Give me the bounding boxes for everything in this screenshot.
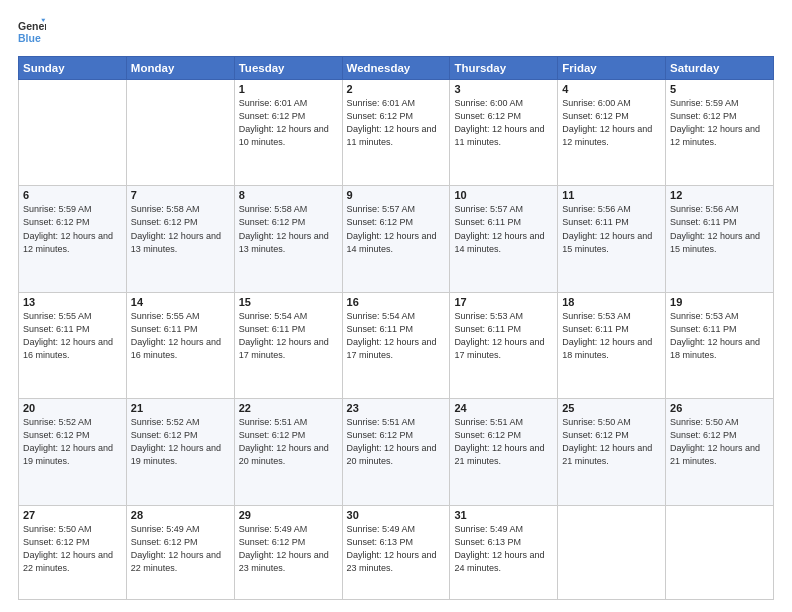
calendar-cell: 15Sunrise: 5:54 AMSunset: 6:11 PMDayligh… xyxy=(234,292,342,398)
day-info: Sunrise: 5:51 AMSunset: 6:12 PMDaylight:… xyxy=(454,416,553,468)
weekday-header-row: SundayMondayTuesdayWednesdayThursdayFrid… xyxy=(19,57,774,80)
svg-text:General: General xyxy=(18,20,46,32)
calendar-cell: 28Sunrise: 5:49 AMSunset: 6:12 PMDayligh… xyxy=(126,505,234,599)
calendar-cell: 4Sunrise: 6:00 AMSunset: 6:12 PMDaylight… xyxy=(558,80,666,186)
day-number: 26 xyxy=(670,402,769,414)
day-number: 19 xyxy=(670,296,769,308)
week-row-2: 6Sunrise: 5:59 AMSunset: 6:12 PMDaylight… xyxy=(19,186,774,292)
logo-icon: General Blue xyxy=(18,18,46,46)
day-number: 9 xyxy=(347,189,446,201)
calendar-cell: 6Sunrise: 5:59 AMSunset: 6:12 PMDaylight… xyxy=(19,186,127,292)
day-info: Sunrise: 5:49 AMSunset: 6:13 PMDaylight:… xyxy=(347,523,446,575)
day-info: Sunrise: 6:01 AMSunset: 6:12 PMDaylight:… xyxy=(347,97,446,149)
calendar-cell: 30Sunrise: 5:49 AMSunset: 6:13 PMDayligh… xyxy=(342,505,450,599)
day-number: 2 xyxy=(347,83,446,95)
day-info: Sunrise: 5:52 AMSunset: 6:12 PMDaylight:… xyxy=(131,416,230,468)
week-row-3: 13Sunrise: 5:55 AMSunset: 6:11 PMDayligh… xyxy=(19,292,774,398)
day-info: Sunrise: 5:58 AMSunset: 6:12 PMDaylight:… xyxy=(131,203,230,255)
calendar-cell: 3Sunrise: 6:00 AMSunset: 6:12 PMDaylight… xyxy=(450,80,558,186)
calendar-cell: 31Sunrise: 5:49 AMSunset: 6:13 PMDayligh… xyxy=(450,505,558,599)
week-row-5: 27Sunrise: 5:50 AMSunset: 6:12 PMDayligh… xyxy=(19,505,774,599)
calendar-cell: 20Sunrise: 5:52 AMSunset: 6:12 PMDayligh… xyxy=(19,399,127,505)
calendar-page: General Blue SundayMondayTuesdayWednesda… xyxy=(0,0,792,612)
day-info: Sunrise: 6:00 AMSunset: 6:12 PMDaylight:… xyxy=(562,97,661,149)
calendar-cell: 19Sunrise: 5:53 AMSunset: 6:11 PMDayligh… xyxy=(666,292,774,398)
day-number: 11 xyxy=(562,189,661,201)
day-number: 21 xyxy=(131,402,230,414)
day-info: Sunrise: 5:50 AMSunset: 6:12 PMDaylight:… xyxy=(562,416,661,468)
day-number: 24 xyxy=(454,402,553,414)
day-number: 3 xyxy=(454,83,553,95)
header: General Blue xyxy=(18,18,774,46)
calendar-cell: 25Sunrise: 5:50 AMSunset: 6:12 PMDayligh… xyxy=(558,399,666,505)
calendar-cell: 13Sunrise: 5:55 AMSunset: 6:11 PMDayligh… xyxy=(19,292,127,398)
weekday-wednesday: Wednesday xyxy=(342,57,450,80)
calendar-cell: 12Sunrise: 5:56 AMSunset: 6:11 PMDayligh… xyxy=(666,186,774,292)
weekday-friday: Friday xyxy=(558,57,666,80)
day-number: 22 xyxy=(239,402,338,414)
week-row-1: 1Sunrise: 6:01 AMSunset: 6:12 PMDaylight… xyxy=(19,80,774,186)
calendar-cell xyxy=(126,80,234,186)
day-number: 28 xyxy=(131,509,230,521)
day-number: 20 xyxy=(23,402,122,414)
calendar-cell: 22Sunrise: 5:51 AMSunset: 6:12 PMDayligh… xyxy=(234,399,342,505)
weekday-monday: Monday xyxy=(126,57,234,80)
day-number: 12 xyxy=(670,189,769,201)
calendar-cell: 21Sunrise: 5:52 AMSunset: 6:12 PMDayligh… xyxy=(126,399,234,505)
day-info: Sunrise: 5:57 AMSunset: 6:11 PMDaylight:… xyxy=(454,203,553,255)
svg-text:Blue: Blue xyxy=(18,32,41,44)
day-number: 13 xyxy=(23,296,122,308)
day-number: 6 xyxy=(23,189,122,201)
day-info: Sunrise: 5:49 AMSunset: 6:13 PMDaylight:… xyxy=(454,523,553,575)
calendar-cell: 14Sunrise: 5:55 AMSunset: 6:11 PMDayligh… xyxy=(126,292,234,398)
calendar-cell: 27Sunrise: 5:50 AMSunset: 6:12 PMDayligh… xyxy=(19,505,127,599)
day-number: 7 xyxy=(131,189,230,201)
day-number: 15 xyxy=(239,296,338,308)
day-info: Sunrise: 5:54 AMSunset: 6:11 PMDaylight:… xyxy=(347,310,446,362)
calendar-cell: 10Sunrise: 5:57 AMSunset: 6:11 PMDayligh… xyxy=(450,186,558,292)
day-info: Sunrise: 5:53 AMSunset: 6:11 PMDaylight:… xyxy=(670,310,769,362)
calendar-cell: 29Sunrise: 5:49 AMSunset: 6:12 PMDayligh… xyxy=(234,505,342,599)
day-number: 27 xyxy=(23,509,122,521)
day-number: 8 xyxy=(239,189,338,201)
day-info: Sunrise: 5:58 AMSunset: 6:12 PMDaylight:… xyxy=(239,203,338,255)
day-info: Sunrise: 5:51 AMSunset: 6:12 PMDaylight:… xyxy=(239,416,338,468)
calendar-cell: 7Sunrise: 5:58 AMSunset: 6:12 PMDaylight… xyxy=(126,186,234,292)
calendar-table: SundayMondayTuesdayWednesdayThursdayFrid… xyxy=(18,56,774,600)
calendar-cell: 18Sunrise: 5:53 AMSunset: 6:11 PMDayligh… xyxy=(558,292,666,398)
logo: General Blue xyxy=(18,18,46,46)
calendar-cell: 2Sunrise: 6:01 AMSunset: 6:12 PMDaylight… xyxy=(342,80,450,186)
day-info: Sunrise: 5:50 AMSunset: 6:12 PMDaylight:… xyxy=(670,416,769,468)
calendar-cell: 8Sunrise: 5:58 AMSunset: 6:12 PMDaylight… xyxy=(234,186,342,292)
day-number: 18 xyxy=(562,296,661,308)
day-number: 31 xyxy=(454,509,553,521)
calendar-cell: 5Sunrise: 5:59 AMSunset: 6:12 PMDaylight… xyxy=(666,80,774,186)
day-number: 16 xyxy=(347,296,446,308)
calendar-cell: 1Sunrise: 6:01 AMSunset: 6:12 PMDaylight… xyxy=(234,80,342,186)
day-info: Sunrise: 5:53 AMSunset: 6:11 PMDaylight:… xyxy=(562,310,661,362)
weekday-tuesday: Tuesday xyxy=(234,57,342,80)
calendar-cell: 17Sunrise: 5:53 AMSunset: 6:11 PMDayligh… xyxy=(450,292,558,398)
calendar-cell: 9Sunrise: 5:57 AMSunset: 6:12 PMDaylight… xyxy=(342,186,450,292)
day-info: Sunrise: 5:56 AMSunset: 6:11 PMDaylight:… xyxy=(562,203,661,255)
day-info: Sunrise: 5:51 AMSunset: 6:12 PMDaylight:… xyxy=(347,416,446,468)
calendar-cell xyxy=(666,505,774,599)
day-number: 5 xyxy=(670,83,769,95)
day-number: 17 xyxy=(454,296,553,308)
calendar-cell xyxy=(19,80,127,186)
calendar-cell xyxy=(558,505,666,599)
calendar-cell: 16Sunrise: 5:54 AMSunset: 6:11 PMDayligh… xyxy=(342,292,450,398)
day-info: Sunrise: 5:57 AMSunset: 6:12 PMDaylight:… xyxy=(347,203,446,255)
day-info: Sunrise: 5:49 AMSunset: 6:12 PMDaylight:… xyxy=(131,523,230,575)
day-info: Sunrise: 5:54 AMSunset: 6:11 PMDaylight:… xyxy=(239,310,338,362)
day-info: Sunrise: 6:00 AMSunset: 6:12 PMDaylight:… xyxy=(454,97,553,149)
day-number: 10 xyxy=(454,189,553,201)
weekday-thursday: Thursday xyxy=(450,57,558,80)
day-info: Sunrise: 5:55 AMSunset: 6:11 PMDaylight:… xyxy=(131,310,230,362)
calendar-cell: 11Sunrise: 5:56 AMSunset: 6:11 PMDayligh… xyxy=(558,186,666,292)
day-number: 30 xyxy=(347,509,446,521)
day-number: 25 xyxy=(562,402,661,414)
day-info: Sunrise: 5:52 AMSunset: 6:12 PMDaylight:… xyxy=(23,416,122,468)
day-info: Sunrise: 5:56 AMSunset: 6:11 PMDaylight:… xyxy=(670,203,769,255)
day-info: Sunrise: 5:59 AMSunset: 6:12 PMDaylight:… xyxy=(670,97,769,149)
